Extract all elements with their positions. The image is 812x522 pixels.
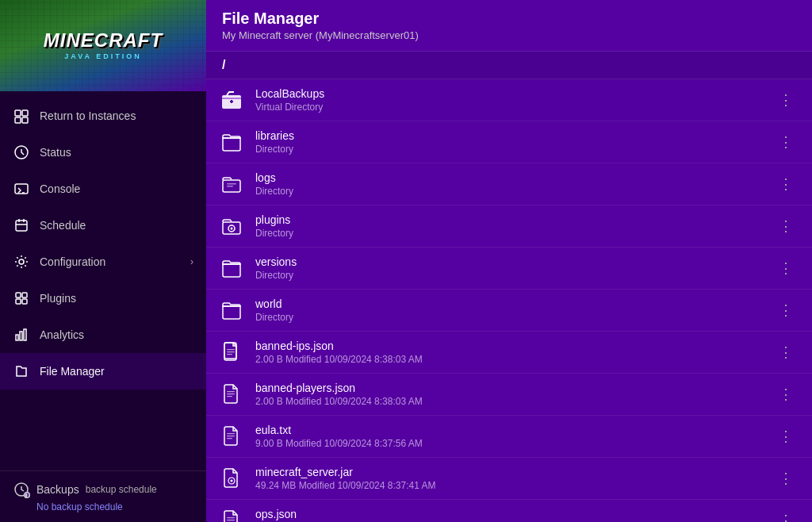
file-name: libraries bbox=[255, 129, 761, 142]
sidebar-item-file-manager[interactable]: File Manager bbox=[0, 353, 206, 390]
sidebar-navigation: Return to Instances Status Console bbox=[0, 91, 206, 470]
svg-rect-38 bbox=[227, 517, 235, 518]
folder-icon bbox=[219, 255, 244, 281]
file-context-menu-button[interactable]: ⋮ bbox=[772, 172, 799, 196]
file-context-menu-button[interactable]: ⋮ bbox=[772, 298, 799, 322]
file-context-menu-button[interactable]: ⋮ bbox=[772, 256, 799, 280]
backup-status-text[interactable]: No backup schedule bbox=[36, 501, 193, 512]
svg-rect-5 bbox=[15, 184, 28, 194]
svg-rect-28 bbox=[227, 351, 235, 352]
svg-rect-14 bbox=[24, 329, 26, 340]
file-context-menu-button[interactable]: ⋮ bbox=[772, 424, 799, 448]
svg-rect-22 bbox=[227, 186, 233, 187]
file-context-menu-button[interactable]: ⋮ bbox=[772, 466, 799, 490]
file-context-menu-button[interactable]: ⋮ bbox=[772, 509, 799, 522]
sidebar-item-label: Status bbox=[40, 146, 193, 159]
svg-rect-29 bbox=[227, 354, 232, 355]
file-meta: 49.24 MB Modified 10/09/2024 8:37:41 AM bbox=[255, 480, 761, 491]
svg-rect-10 bbox=[16, 299, 21, 304]
folder-icon bbox=[219, 297, 244, 323]
file-item[interactable]: banned-ips.json 2.00 B Modified 10/09/20… bbox=[206, 332, 812, 374]
svg-rect-13 bbox=[20, 332, 22, 340]
file-item[interactable]: LocalBackups Virtual Directory ⋮ bbox=[206, 79, 812, 121]
file-item[interactable]: libraries Directory ⋮ bbox=[206, 121, 812, 163]
file-item[interactable]: logs Directory ⋮ bbox=[206, 163, 812, 205]
sidebar-item-configuration[interactable]: Configuration › bbox=[0, 244, 206, 280]
backup-schedule-sublabel: backup schedule bbox=[86, 484, 157, 495]
sidebar-hero: MINECRAFT JAVA EDITION bbox=[0, 0, 206, 91]
page-title: File Manager bbox=[222, 10, 796, 28]
svg-point-25 bbox=[231, 228, 233, 230]
file-name: eula.txt bbox=[255, 424, 761, 436]
console-icon bbox=[13, 180, 30, 198]
sidebar-item-analytics[interactable]: Analytics bbox=[0, 317, 206, 353]
svg-rect-11 bbox=[22, 299, 27, 304]
file-name: minecraft_server.jar bbox=[255, 466, 761, 478]
file-name: logs bbox=[255, 171, 761, 184]
file-info: banned-players.json 2.00 B Modified 10/0… bbox=[255, 382, 761, 407]
file-item[interactable]: versions Directory ⋮ bbox=[206, 248, 812, 290]
svg-rect-2 bbox=[15, 117, 21, 123]
file-context-menu-button[interactable]: ⋮ bbox=[772, 340, 799, 364]
folder-icon bbox=[219, 213, 244, 239]
file-meta: Directory bbox=[255, 186, 761, 197]
file-info: versions Directory bbox=[255, 255, 761, 281]
file-name: banned-players.json bbox=[255, 382, 761, 394]
file-icon bbox=[219, 340, 244, 365]
svg-rect-1 bbox=[22, 110, 28, 116]
sidebar-item-status[interactable]: Status bbox=[0, 134, 206, 171]
sidebar-item-label: Return to Instances bbox=[40, 109, 193, 122]
file-meta: 2.00 B Modified 10/09/2024 8:38:03 AM bbox=[255, 354, 761, 365]
file-item[interactable]: minecraft_server.jar 49.24 MB Modified 1… bbox=[206, 458, 812, 500]
sidebar-item-label: Analytics bbox=[40, 328, 193, 341]
file-item[interactable]: world Directory ⋮ bbox=[206, 290, 812, 332]
sidebar-item-return-to-instances[interactable]: Return to Instances bbox=[0, 98, 206, 134]
file-info: world Directory bbox=[255, 297, 761, 323]
svg-rect-8 bbox=[16, 293, 21, 297]
file-context-menu-button[interactable]: ⋮ bbox=[772, 382, 799, 406]
file-icon bbox=[219, 508, 244, 522]
file-context-menu-button[interactable]: ⋮ bbox=[772, 130, 799, 154]
game-title: MINECRAFT bbox=[44, 31, 163, 50]
svg-rect-32 bbox=[227, 396, 232, 397]
file-info: banned-ips.json 2.00 B Modified 10/09/20… bbox=[255, 340, 761, 365]
svg-rect-0 bbox=[15, 110, 21, 116]
file-info: eula.txt 9.00 B Modified 10/09/2024 8:37… bbox=[255, 424, 761, 449]
svg-rect-3 bbox=[22, 117, 28, 123]
file-info: logs Directory bbox=[255, 171, 761, 197]
status-icon bbox=[13, 144, 30, 161]
config-icon bbox=[13, 253, 30, 271]
svg-rect-31 bbox=[227, 393, 235, 394]
sidebar-item-label: Console bbox=[40, 182, 193, 195]
breadcrumb: / bbox=[206, 52, 812, 79]
jar-icon bbox=[219, 466, 244, 491]
file-context-menu-button[interactable]: ⋮ bbox=[772, 214, 799, 238]
file-item[interactable]: plugins Directory ⋮ bbox=[206, 205, 812, 248]
svg-rect-6 bbox=[16, 221, 27, 231]
file-item[interactable]: banned-players.json 2.00 B Modified 10/0… bbox=[206, 374, 812, 416]
sidebar-item-console[interactable]: Console bbox=[0, 171, 206, 207]
file-item[interactable]: ops.json 2.00 B Modified 10/09/2024 8:38… bbox=[206, 500, 812, 522]
svg-rect-21 bbox=[227, 183, 236, 185]
file-context-menu-button[interactable]: ⋮ bbox=[772, 88, 799, 112]
file-item[interactable]: eula.txt 9.00 B Modified 10/09/2024 8:37… bbox=[206, 416, 812, 458]
file-name: ops.json bbox=[255, 508, 761, 520]
backups-nav-item[interactable]: i Backups backup schedule bbox=[13, 481, 193, 498]
folder-icon bbox=[219, 129, 244, 155]
file-info: libraries Directory bbox=[255, 129, 761, 155]
chevron-right-icon: › bbox=[190, 256, 193, 267]
file-name: versions bbox=[255, 255, 761, 268]
sidebar-item-schedule[interactable]: Schedule bbox=[0, 207, 206, 244]
analytics-icon bbox=[13, 326, 30, 344]
file-name: plugins bbox=[255, 213, 761, 226]
svg-point-37 bbox=[231, 480, 233, 482]
file-info: minecraft_server.jar 49.24 MB Modified 1… bbox=[255, 466, 761, 491]
backups-label-text: Backups bbox=[36, 483, 79, 496]
file-meta: 2.00 B Modified 10/09/2024 8:38:03 AM bbox=[255, 396, 761, 407]
svg-rect-39 bbox=[227, 520, 235, 520]
sidebar-item-plugins[interactable]: Plugins bbox=[0, 280, 206, 317]
file-name: LocalBackups bbox=[255, 87, 761, 100]
virtual-dir-icon bbox=[219, 87, 244, 113]
sidebar-item-label: Plugins bbox=[40, 292, 193, 305]
return-icon bbox=[13, 107, 30, 125]
